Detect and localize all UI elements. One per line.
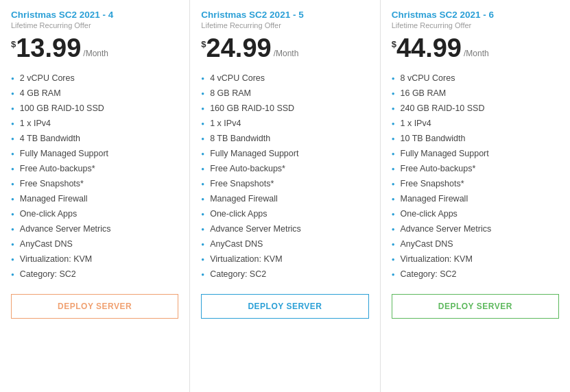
feature-item: 2 vCPU Cores: [11, 71, 178, 86]
plan-subtitle: Lifetime Recurring Offer: [201, 21, 368, 29]
price-row: $24.99/Month: [201, 35, 368, 61]
feature-item: Managed Firewall: [392, 191, 559, 206]
feature-item: Fully Managed Support: [392, 146, 559, 161]
plan-1: Christmas SC2 2021 - 4Lifetime Recurring…: [0, 0, 190, 392]
plan-subtitle: Lifetime Recurring Offer: [392, 21, 559, 29]
feature-item: 1 x IPv4: [201, 116, 368, 131]
feature-item: Managed Firewall: [11, 191, 178, 206]
plan-title: Christmas SC2 2021 - 5: [201, 10, 368, 20]
plan-subtitle: Lifetime Recurring Offer: [11, 21, 178, 29]
feature-item: One-click Apps: [11, 206, 178, 221]
feature-item: Category: SC2: [201, 267, 368, 282]
feature-item: 4 TB Bandwidth: [11, 131, 178, 146]
feature-item: Advance Server Metrics: [201, 221, 368, 236]
feature-item: Advance Server Metrics: [392, 221, 559, 236]
feature-item: 8 GB RAM: [201, 86, 368, 101]
price-amount: 24.99: [206, 35, 272, 61]
deploy-button[interactable]: DEPLOY SERVER: [11, 294, 178, 319]
feature-item: Category: SC2: [11, 267, 178, 282]
feature-item: 160 GB RAID-10 SSD: [201, 101, 368, 116]
feature-item: One-click Apps: [392, 206, 559, 221]
feature-item: Virtualization: KVM: [201, 252, 368, 267]
price-dollar: $: [392, 39, 396, 49]
features-list: 2 vCPU Cores4 GB RAM100 GB RAID-10 SSD1 …: [11, 71, 178, 282]
price-row: $44.99/Month: [392, 35, 559, 61]
price-period: /Month: [274, 49, 299, 58]
feature-item: Free Snapshots*: [201, 176, 368, 191]
feature-item: AnyCast DNS: [392, 236, 559, 252]
feature-item: Virtualization: KVM: [392, 252, 559, 267]
feature-item: AnyCast DNS: [11, 236, 178, 252]
features-list: 4 vCPU Cores8 GB RAM160 GB RAID-10 SSD1 …: [201, 71, 368, 282]
feature-item: Free Auto-backups*: [201, 161, 368, 176]
feature-item: Fully Managed Support: [201, 146, 368, 161]
price-amount: 44.99: [396, 35, 462, 61]
feature-item: 1 x IPv4: [392, 116, 559, 131]
feature-item: 4 vCPU Cores: [201, 71, 368, 86]
plan-title: Christmas SC2 2021 - 6: [392, 10, 559, 20]
feature-item: One-click Apps: [201, 206, 368, 221]
price-dollar: $: [201, 39, 206, 49]
feature-item: 4 GB RAM: [11, 86, 178, 101]
feature-item: 8 vCPU Cores: [392, 71, 559, 86]
feature-item: AnyCast DNS: [201, 236, 368, 252]
plan-title: Christmas SC2 2021 - 4: [11, 10, 178, 20]
feature-item: 8 TB Bandwidth: [201, 131, 368, 146]
feature-item: Category: SC2: [392, 267, 559, 282]
price-amount: 13.99: [16, 35, 81, 61]
plan-3: Christmas SC2 2021 - 6Lifetime Recurring…: [381, 0, 570, 392]
price-period: /Month: [464, 49, 489, 58]
feature-item: Free Auto-backups*: [392, 161, 559, 176]
feature-item: Advance Server Metrics: [11, 221, 178, 236]
feature-item: Fully Managed Support: [11, 146, 178, 161]
feature-item: Managed Firewall: [201, 191, 368, 206]
feature-item: Free Snapshots*: [11, 176, 178, 191]
feature-item: Virtualization: KVM: [11, 252, 178, 267]
feature-item: 10 TB Bandwidth: [392, 131, 559, 146]
price-period: /Month: [83, 49, 108, 58]
feature-item: Free Auto-backups*: [11, 161, 178, 176]
features-list: 8 vCPU Cores16 GB RAM240 GB RAID-10 SSD1…: [392, 71, 559, 282]
feature-item: Free Snapshots*: [392, 176, 559, 191]
feature-item: 1 x IPv4: [11, 116, 178, 131]
plans-container: Christmas SC2 2021 - 4Lifetime Recurring…: [0, 0, 570, 392]
price-dollar: $: [11, 39, 16, 49]
deploy-button[interactable]: DEPLOY SERVER: [392, 294, 559, 319]
feature-item: 100 GB RAID-10 SSD: [11, 101, 178, 116]
deploy-button[interactable]: DEPLOY SERVER: [201, 294, 368, 319]
feature-item: 240 GB RAID-10 SSD: [392, 101, 559, 116]
feature-item: 16 GB RAM: [392, 86, 559, 101]
price-row: $13.99/Month: [11, 35, 178, 61]
plan-2: Christmas SC2 2021 - 5Lifetime Recurring…: [190, 0, 380, 392]
